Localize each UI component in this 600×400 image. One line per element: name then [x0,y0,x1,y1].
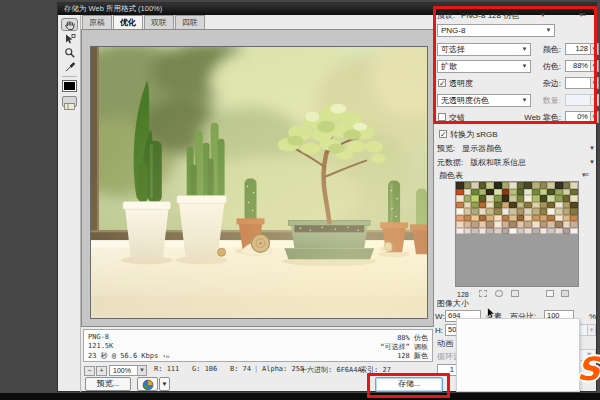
animation-label: 动画 [437,339,453,349]
map-transparency-icon[interactable] [511,290,519,297]
color-swatch[interactable] [555,228,563,235]
info-format: PNG-8 [88,333,109,341]
color-swatch[interactable] [502,228,510,235]
eyedropper-color-swatch[interactable] [62,80,77,92]
slice-select-tool-button[interactable] [61,32,78,45]
hand-tool-button[interactable] [61,18,78,31]
tab-2up-label: 双联 [151,18,167,27]
color-swatch[interactable] [464,228,472,235]
highlight-box-save [367,373,450,398]
percent-unit-label: % [589,312,596,322]
tab-optimized-label: 优化 [120,18,136,27]
zoom-level-value: 100% [113,367,131,374]
info-filesize: 121.5K [88,342,113,350]
preview-button-label: 预览... [97,379,120,388]
new-color-icon[interactable] [546,290,554,297]
tab-4up[interactable]: 四联 [175,15,205,29]
hex-readout: 十六进制: 6F6A4A [300,365,362,375]
save-for-web-dialog: 存储为 Web 所用格式 (100%) [57,2,597,392]
tab-original-label: 原稿 [89,18,105,27]
height-label: H: [435,326,443,336]
delete-color-icon[interactable] [561,290,569,297]
watermark-logo: S [577,350,600,388]
srgb-label: 转换为 sRGB [450,130,498,140]
color-swatch[interactable] [524,228,532,235]
color-swatch[interactable] [471,228,479,235]
zoom-in-button[interactable]: + [96,366,107,376]
preview-mode-label: 预览: [437,144,455,154]
quality-chevron-icon: ▼ [587,324,596,336]
popup-overlay [456,318,580,392]
color-swatch[interactable] [494,228,502,235]
info-download-time: 23 秒 @ 56.6 Kbps ▾≡ [88,351,170,361]
metadata-chevron-icon[interactable]: ▼ [589,159,595,165]
dialog-title: 存储为 Web 所用格式 (100%) [64,4,162,13]
color-swatch[interactable] [570,228,578,235]
color-swatch[interactable] [563,228,571,235]
hand-icon [64,19,76,31]
browser-select-button[interactable] [137,377,158,391]
color-swatch[interactable] [547,228,555,235]
zoom-out-button[interactable]: − [84,366,95,376]
tool-divider [62,76,77,77]
preview-mode-value[interactable]: 显示器颜色 [462,144,502,154]
srgb-checkbox[interactable] [439,130,447,138]
info-panel-menu-icon[interactable]: ▾≡ [162,352,169,358]
chevron-down-icon[interactable]: ▼ [137,366,146,375]
alpha-readout: Alpha: 255 [262,365,304,373]
preview-mode-chevron-icon[interactable]: ▼ [589,145,595,151]
eyedropper-icon [64,61,76,73]
eyedropper-tool-button[interactable] [61,60,78,73]
tab-4up-label: 四联 [182,18,198,27]
color-swatch[interactable] [532,228,540,235]
rgb-readout: R: 111 G: 106 B: 74 [154,365,251,373]
toggle-slices-button[interactable] [62,96,77,107]
magnifier-icon [64,47,76,59]
zoom-level-select[interactable]: 100%▼ [109,365,147,376]
tab-optimized[interactable]: 优化 [113,15,143,29]
metadata-value[interactable]: 版权和联系信息 [470,158,526,168]
color-swatch[interactable] [517,228,525,235]
metadata-label: 元数据: [437,158,463,168]
image-size-label: 图像大小 [437,299,469,309]
color-swatch[interactable] [509,228,517,235]
photoshop-workspace: 存储为 Web 所用格式 (100%) [0,0,600,400]
info-colors: 128 颜色 [397,351,428,361]
color-table [455,181,579,287]
slices-visibility-icon [63,102,76,111]
taskbar[interactable] [0,393,600,400]
color-swatch[interactable] [540,228,548,235]
color-table-label: 颜色表 [439,171,463,181]
status-divider: | [254,365,258,373]
color-table-grid [456,182,578,234]
browser-globe-icon [142,379,154,391]
highlight-box-settings [433,6,597,124]
zoom-tool-button[interactable] [61,46,78,59]
preview-area[interactable] [81,29,434,327]
lock-color-icon[interactable] [495,290,503,297]
mouse-cursor-icon [487,307,496,319]
color-table-menu-icon[interactable]: ▾≡ [582,171,588,179]
snap-web-palette-icon[interactable] [479,290,487,297]
width-label: W: [435,312,445,322]
color-swatch[interactable] [486,228,494,235]
slice-select-icon [64,33,76,45]
tab-original[interactable]: 原稿 [82,15,112,29]
color-swatch[interactable] [479,228,487,235]
tab-2up[interactable]: 双联 [144,15,174,29]
optimize-info-bar: PNG-8 121.5K 23 秒 @ 56.6 Kbps ▾≡ 88% 仿色 … [83,329,433,362]
preview-photo[interactable] [90,46,428,319]
preview-in-browser-button[interactable]: 预览... [85,377,131,391]
browser-dropdown-button[interactable]: ▼ [159,377,170,391]
color-swatch[interactable] [456,228,464,235]
